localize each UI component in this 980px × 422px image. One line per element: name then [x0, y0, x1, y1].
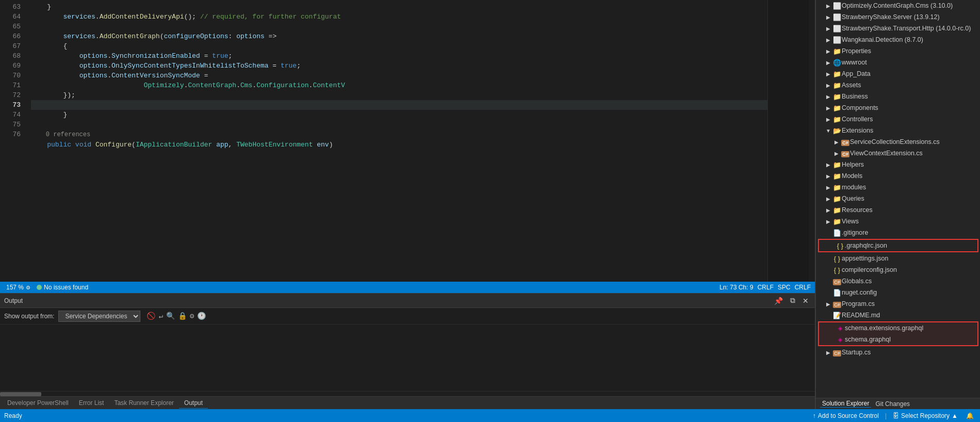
tree-item-wangkanai[interactable]: ▶ ⬜ Wangkanai.Detection (8.7.0) — [816, 34, 980, 45]
tree-label: .graphqlrc.json — [845, 242, 887, 249]
notification-icon-button[interactable]: 🔔 — [964, 412, 976, 419]
tree-label: Queries — [842, 195, 864, 202]
language-label: SPC — [778, 284, 791, 291]
tree-arrow: ▶ — [824, 219, 832, 224]
se-tab-solution-explorer[interactable]: Solution Explorer — [820, 400, 871, 408]
output-settings-icon[interactable]: ⚙ — [190, 312, 194, 320]
tree-label: Startup.cs — [842, 349, 871, 356]
tree-item-modules[interactable]: ▶ 📁 modules — [816, 182, 980, 193]
code-content[interactable]: } services.AddContentDeliveryApi(); // r… — [25, 0, 767, 282]
folder-icon: 📁 — [832, 172, 842, 180]
tree-item-schema[interactable]: ▶ ◈ schema.graphql — [819, 334, 977, 345]
add-to-source-control-button[interactable]: ↑ Add to Source Control — [811, 412, 881, 419]
tree-item-business[interactable]: ▶ 📁 Business — [816, 91, 980, 102]
output-hscrollbar[interactable] — [0, 391, 815, 396]
tree-label: nuget.config — [842, 289, 877, 296]
tree-arrow: ▶ — [824, 301, 832, 307]
status-middle: Ln: 73 Ch: 9 CRLF SPC CRLF — [719, 284, 811, 291]
tree-item-view-context[interactable]: ▶ C# ViewContextExtension.cs — [816, 148, 980, 159]
folder-icon: 📁 — [832, 47, 842, 55]
code-line: Optimizely.ContentGraph.Cms.Configuratio… — [31, 80, 767, 90]
tree-arrow: ▶ — [824, 185, 832, 190]
tree-item-schema-extensions[interactable]: ▶ ◈ schema.extensions.graphql — [819, 322, 977, 334]
tree-item-compilerconfig[interactable]: ▶ { } compilerconfig.json — [816, 264, 980, 275]
output-clear-icon[interactable]: 🚫 — [147, 312, 155, 320]
tab-output[interactable]: Output — [179, 398, 208, 409]
select-repository-button[interactable]: 🗄 Select Repository ▲ — [891, 412, 960, 419]
package-icon: ⬜ — [832, 13, 842, 21]
se-tab-git-changes[interactable]: Git Changes — [873, 400, 912, 408]
tree-label: wwwroot — [842, 59, 867, 66]
crlf-label: CRLF — [795, 284, 811, 291]
tree-item-properties[interactable]: ▶ 📁 Properties — [816, 45, 980, 57]
tree-arrow: ▼ — [824, 128, 832, 134]
tree-item-models[interactable]: ▶ 📁 Models — [816, 170, 980, 182]
tab-error-list[interactable]: Error List — [74, 398, 109, 408]
tree-item-nuget[interactable]: ▶ 📄 nuget.config — [816, 287, 980, 298]
encoding-label: CRLF — [758, 284, 774, 291]
tree-item-components[interactable]: ▶ 📁 Components — [816, 102, 980, 113]
cursor-position[interactable]: Ln: 73 Ch: 9 — [719, 284, 753, 291]
show-output-label: Show output from: — [4, 313, 54, 320]
tree-item-gitignore[interactable]: ▶ 📄 .gitignore — [816, 227, 980, 238]
tree-item-controllers[interactable]: ▶ 📁 Controllers — [816, 113, 980, 125]
tree-label: compilerconfig.json — [842, 266, 897, 273]
tree-label: appsettings.json — [842, 255, 888, 262]
code-line-active — [31, 100, 767, 110]
zoom-level[interactable]: 157 % ⚙ — [4, 284, 33, 291]
package-icon: ⬜ — [832, 36, 842, 44]
tree-item-startup[interactable]: ▶ C# Startup.cs — [816, 347, 980, 358]
output-wrap-icon[interactable]: ↵ — [158, 312, 163, 320]
tree-arrow: ▶ — [824, 162, 832, 168]
tab-developer-powershell[interactable]: Developer PowerShell — [2, 398, 74, 408]
tree-arrow: ▶ — [824, 105, 832, 111]
tree-item-strawberry-http[interactable]: ▶ ⬜ StrawberryShake.Transport.Http (14.0… — [816, 23, 980, 34]
tree-item-service-collection[interactable]: ▶ C# ServiceCollectionExtensions.cs — [816, 136, 980, 148]
tree-item-app-data[interactable]: ▶ 📁 App_Data — [816, 68, 980, 79]
output-find-icon[interactable]: 🔍 — [166, 312, 175, 320]
no-issues-indicator[interactable]: No issues found — [37, 284, 88, 291]
cs-file-icon: C# — [841, 138, 850, 146]
editor-vscrollbar[interactable] — [809, 0, 815, 282]
file-icon: 📄 — [832, 289, 842, 297]
tree-label: Assets — [842, 82, 861, 89]
output-split-button[interactable]: ⧉ — [788, 295, 797, 306]
tree-arrow: ▶ — [824, 60, 832, 66]
code-line-ref: 0 references — [31, 129, 767, 140]
tree-arrow: ▶ — [824, 94, 832, 100]
status-source-control: ↑ Add to Source Control | 🗄 Select Repos… — [811, 412, 976, 419]
output-close-button[interactable]: ✕ — [800, 296, 811, 306]
output-source-dropdown[interactable]: Service Dependencies — [58, 311, 140, 322]
tree-item-optimizely[interactable]: ▶ ⬜ Optimizely.ContentGraph.Cms (3.10.0) — [816, 0, 980, 11]
highlight-group-2: ▶ ◈ schema.extensions.graphql ▶ ◈ schema… — [818, 321, 978, 346]
ready-label: Ready — [4, 412, 22, 419]
tree-item-wwwroot[interactable]: ▶ 🌐 wwwroot — [816, 57, 980, 68]
output-clock-icon[interactable]: 🕐 — [197, 312, 206, 320]
code-line: services.AddContentGraph(configureOption… — [31, 31, 767, 41]
tree-item-program[interactable]: ▶ C# Program.cs — [816, 298, 980, 310]
tree-item-helpers[interactable]: ▶ 📁 Helpers — [816, 159, 980, 170]
tree-item-readme[interactable]: ▶ 📝 README.md — [816, 310, 980, 321]
tree-item-resources[interactable]: ▶ 📁 Resources — [816, 204, 980, 216]
solution-tree[interactable]: ▶ ⬜ Optimizely.ContentGraph.Cms (3.10.0)… — [816, 0, 980, 398]
tree-item-assets[interactable]: ▶ 📁 Assets — [816, 79, 980, 91]
tree-item-appsettings[interactable]: ▶ { } appsettings.json — [816, 253, 980, 264]
hscrollbar-thumb[interactable] — [0, 392, 41, 396]
tree-item-strawberry-server[interactable]: ▶ ⬜ StrawberryShake.Server (13.9.12) — [816, 11, 980, 23]
tree-item-globals[interactable]: ▶ C# Globals.cs — [816, 275, 980, 287]
output-controls: 📌 ⧉ ✕ — [772, 295, 811, 306]
tree-item-views[interactable]: ▶ 📁 Views — [816, 216, 980, 227]
tree-arrow: ▶ — [824, 71, 832, 77]
folder-icon: 📁 — [832, 218, 842, 225]
tree-item-graphqlrc[interactable]: ▶ { } .graphqlrc.json — [819, 240, 977, 251]
output-pin-button[interactable]: 📌 — [772, 296, 785, 306]
code-line: options.SynchronizationEnabled = true; — [31, 51, 767, 61]
output-lock-icon[interactable]: 🔒 — [178, 312, 187, 320]
cs-file-icon: C# — [841, 150, 850, 157]
code-line: { — [31, 41, 767, 51]
tab-task-runner-explorer[interactable]: Task Runner Explorer — [109, 398, 179, 408]
bell-icon: 🔔 — [966, 412, 974, 419]
tree-item-queries[interactable]: ▶ 📁 Queries — [816, 193, 980, 204]
tree-item-extensions[interactable]: ▼ 📂 Extensions — [816, 125, 980, 136]
output-toolbar-icons: 🚫 ↵ 🔍 🔒 ⚙ 🕐 — [147, 312, 206, 320]
